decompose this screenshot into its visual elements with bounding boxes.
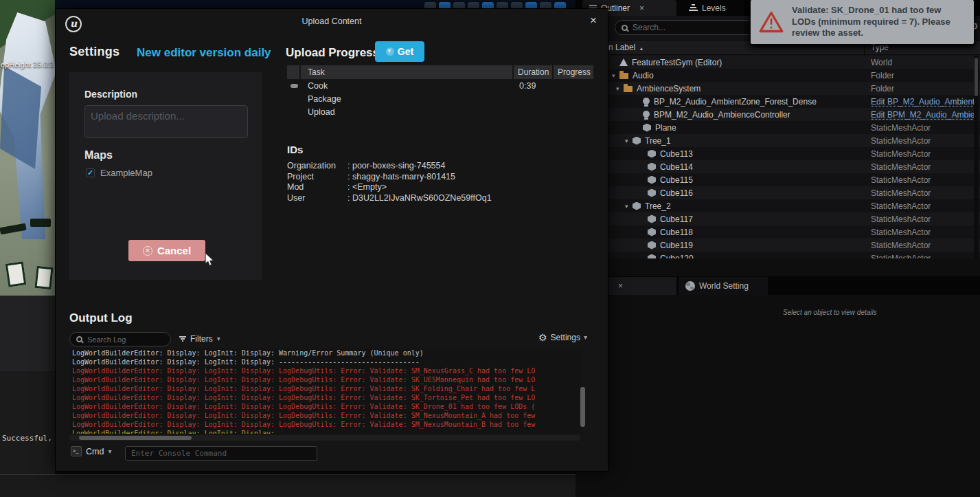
actor-type-icon (648, 215, 656, 223)
actor-type[interactable]: StaticMeshActor (871, 123, 931, 133)
chevron-down-icon[interactable]: ▾ (108, 448, 111, 455)
actor-label[interactable]: Cube113 (660, 149, 693, 159)
version-banner-link[interactable]: New editor version daily (137, 46, 271, 60)
cancel-button[interactable]: × Cancel (128, 240, 205, 261)
outliner-scrollbar-thumb[interactable] (975, 58, 978, 96)
dialog-close-icon[interactable]: × (590, 14, 597, 27)
task-row[interactable]: Package (287, 92, 593, 105)
log-vertical-scrollbar-thumb[interactable] (580, 387, 585, 427)
outliner-row[interactable]: Cube114 StaticMeshActor (576, 160, 980, 173)
actor-type[interactable]: StaticMeshActor (871, 149, 931, 159)
actor-type[interactable]: StaticMeshActor (871, 175, 931, 185)
log-search[interactable] (69, 332, 171, 346)
actor-label[interactable]: Cube115 (660, 175, 693, 185)
upload-progress-title: Upload Progress (286, 46, 379, 60)
actor-type[interactable]: StaticMeshActor (871, 201, 931, 211)
log-line: LogWorldBuilderEditor: Display: LogInit:… (69, 420, 583, 429)
log-settings-dropdown[interactable]: ⚙ Settings ▾ (538, 333, 587, 342)
tab-close-icon[interactable]: × (639, 3, 644, 13)
outliner-row[interactable]: Cube120 StaticMeshActor (576, 252, 980, 258)
chevron-down-icon: ▾ (584, 334, 587, 341)
checkbox-checked-icon[interactable] (86, 168, 95, 177)
outliner-row[interactable]: Plane StaticMeshActor (576, 121, 980, 134)
task-name: Package (301, 94, 515, 104)
expand-arrow-icon[interactable]: ▾ (616, 85, 624, 92)
expand-arrow-icon[interactable]: ▾ (625, 137, 633, 144)
outliner-row[interactable]: ▾ Tree_1 StaticMeshActor (576, 134, 980, 147)
column-item-label[interactable]: n Label▲ (608, 43, 643, 52)
outliner-row[interactable]: ▾ AmbienceSystem Folder (576, 82, 980, 95)
tab-world-settings[interactable]: World Setting (679, 277, 768, 295)
outliner-row[interactable]: Cube116 StaticMeshActor (576, 186, 980, 199)
outliner-row[interactable]: Cube115 StaticMeshActor (576, 173, 980, 186)
log-line: LogWorldBuilderEditor: Display: LogInit:… (69, 349, 583, 357)
viewport-sign (5, 261, 26, 287)
log-output-area[interactable]: LogWorldBuilderEditor: Display: LogInit:… (69, 349, 583, 434)
outliner-row[interactable]: Cube117 StaticMeshActor (576, 212, 980, 225)
actor-label[interactable]: Cube116 (660, 188, 693, 198)
actor-type[interactable]: StaticMeshActor (871, 228, 931, 237)
settings-tab[interactable]: Settings (69, 45, 119, 59)
actor-type[interactable]: Folder (871, 84, 894, 93)
expand-arrow-icon[interactable]: ▾ (625, 203, 633, 210)
actor-type[interactable]: StaticMeshActor (871, 162, 931, 172)
download-icon (386, 47, 394, 56)
actor-label[interactable]: Audio (633, 71, 654, 80)
actor-type[interactable]: Folder (871, 71, 894, 80)
console-command-input[interactable] (125, 446, 317, 461)
actor-label[interactable]: Cube117 (660, 214, 693, 224)
actor-type[interactable]: StaticMeshActor (871, 254, 931, 259)
actor-type[interactable]: World (871, 58, 892, 67)
actor-label[interactable]: BP_M2_Audio_AmbientZone_Forest_Dense (654, 97, 817, 107)
actor-type[interactable]: StaticMeshActor (871, 241, 931, 250)
map-checkbox-row[interactable]: ExampleMap (86, 168, 152, 178)
viewport-3d[interactable]: epHeight 35.0/3 (0, 0, 55, 296)
get-button[interactable]: Get (375, 41, 424, 62)
task-row[interactable]: Upload (287, 105, 593, 118)
outliner-row[interactable]: Cube119 StaticMeshActor (576, 239, 980, 252)
actor-type-icon (624, 86, 633, 92)
actor-type-icon (633, 202, 641, 210)
actor-label[interactable]: Cube118 (660, 228, 693, 237)
actor-type[interactable]: StaticMeshActor (871, 136, 931, 146)
description-input[interactable] (84, 105, 248, 138)
outliner-row[interactable]: Cube118 StaticMeshActor (576, 225, 980, 239)
outliner-row[interactable]: FeatureTestGym (Editor) World (576, 56, 980, 69)
log-search-input[interactable] (87, 335, 185, 344)
task-row[interactable]: Cook 0:39 (287, 79, 593, 92)
search-icon (622, 25, 628, 31)
log-horizontal-scrollbar[interactable] (69, 435, 580, 441)
bottom-log-strip: lazily loaded font '../../../Engine/Cont… (0, 474, 576, 497)
tab-close-icon[interactable]: × (618, 281, 623, 291)
tab-levels[interactable]: Levels (682, 0, 747, 16)
actor-label[interactable]: AmbienceSystem (637, 84, 700, 93)
actor-type[interactable]: Edit BP_M2_Audio_Ambient2 (871, 97, 974, 107)
actor-label[interactable]: BPM_M2_Audio_AmbienceController (654, 110, 790, 120)
outliner-row[interactable]: Cube113 StaticMeshActor (576, 147, 980, 160)
actor-label[interactable]: FeatureTestGym (Editor) (632, 58, 722, 67)
column-type[interactable]: Type (871, 43, 889, 52)
outliner-row[interactable]: BP_M2_Audio_AmbientZone_Forest_Dense Edi… (576, 95, 980, 108)
actor-type[interactable]: StaticMeshActor (871, 214, 931, 224)
log-horizontal-scrollbar-thumb[interactable] (79, 436, 192, 440)
left-log-lines: Successful, 63752 Time: 36.959 p/Game/M2… (2, 400, 55, 474)
outliner-row[interactable]: BPM_M2_Audio_AmbienceController Edit BPM… (576, 108, 980, 121)
actor-type[interactable]: StaticMeshActor (871, 188, 931, 198)
actor-label[interactable]: Plane (655, 123, 676, 133)
actor-label[interactable]: Tree_1 (645, 136, 671, 146)
actor-label[interactable]: Cube120 (660, 254, 694, 259)
duration-column-header: Duration (514, 65, 552, 79)
mouse-cursor (204, 253, 215, 267)
cmd-label[interactable]: Cmd (86, 447, 104, 456)
log-filters-dropdown[interactable]: Filters ▾ (179, 334, 220, 344)
actor-label[interactable]: Cube114 (660, 162, 693, 172)
actor-label[interactable]: Cube119 (660, 241, 693, 250)
actor-label[interactable]: Tree_2 (645, 201, 671, 211)
outliner-scrollbar[interactable] (974, 56, 979, 258)
outliner-row[interactable]: ▾ Tree_2 StaticMeshActor (576, 199, 980, 212)
actor-type-icon (619, 73, 628, 79)
expand-arrow-icon[interactable]: ▾ (612, 72, 619, 79)
validation-toast[interactable]: Validate: SK_Drone_01 had too few LODs (… (751, 0, 974, 44)
actor-type[interactable]: Edit BPM_M2_Audio_Ambier (871, 110, 974, 120)
outliner-row[interactable]: ▾ Audio Folder (576, 69, 980, 82)
